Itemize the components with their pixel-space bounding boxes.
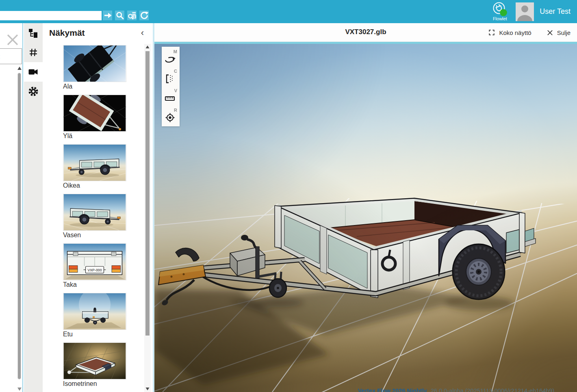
view-thumbnail-yla (63, 95, 126, 132)
viewer-header: VXT3027.glb Koko näyttö Sulje (154, 23, 577, 42)
views-scrollbar[interactable] (144, 44, 151, 392)
license-plate-text: VXP-000 (87, 268, 102, 272)
fullscreen-icon (488, 29, 495, 36)
canvas-topline (154, 42, 577, 44)
view-thumbnail-isometrinen (63, 342, 126, 379)
arrow-right-icon (103, 11, 112, 20)
view-label: Taka (63, 281, 127, 288)
views-panel: Näkymät ‹ (43, 23, 153, 392)
grid-hash-icon (29, 48, 38, 57)
gear-icon (28, 87, 38, 96)
collapse-panel-button[interactable]: ‹ (141, 28, 144, 38)
topbar: Flowlet User Test (0, 0, 577, 23)
clip-plane-icon (165, 74, 175, 84)
ruler-icon (165, 93, 175, 104)
tool-shortcut: V (174, 88, 177, 93)
flowlet-plug-icon (491, 1, 508, 17)
filter-input[interactable] (0, 48, 22, 64)
reset-view-tool-button[interactable]: R (162, 106, 180, 126)
scroll-down-icon[interactable] (17, 387, 22, 391)
view-label: Ylä (63, 132, 127, 140)
clip-tool-button[interactable]: C (162, 67, 180, 87)
flowlet-status-dot (500, 9, 507, 16)
close-label: Sulje (557, 29, 570, 36)
orbit-icon (165, 54, 176, 65)
view-item-etu[interactable]: Etu (63, 293, 127, 338)
topbar-right: Flowlet User Test (490, 0, 572, 23)
views-panel-header: Näkymät ‹ (43, 23, 153, 43)
view-label: Etu (63, 331, 127, 338)
scroll-up-icon[interactable] (145, 45, 150, 49)
measure-tool-button[interactable]: V (162, 87, 180, 106)
view-label: Isometrinen (63, 380, 127, 388)
view-thumbnail-taka: VXP-000 (63, 243, 126, 280)
fullscreen-label: Koko näyttö (499, 29, 531, 36)
view-item-yla[interactable]: Ylä (63, 95, 127, 140)
refresh-icon (140, 11, 149, 20)
view-label: Oikea (63, 182, 127, 189)
scrollbar-thumb[interactable] (17, 73, 21, 379)
search-list-icon (128, 11, 137, 20)
views-panel-title: Näkymät (49, 28, 85, 38)
tool-rail (24, 23, 43, 392)
view-thumbnail-oikea (63, 144, 126, 181)
orbit-tool-button[interactable]: M (162, 48, 180, 67)
flowlet-label: Flowlet (493, 16, 507, 21)
tree-icon (29, 28, 38, 38)
flowlet-button[interactable]: Flowlet (490, 1, 510, 22)
fullscreen-button[interactable]: Koko näyttö (488, 29, 531, 36)
rail-item-settings[interactable] (24, 82, 43, 101)
version-product: Vertex Flow 2026 Nightly (358, 388, 427, 392)
view-item-ala[interactable]: Ala (63, 45, 127, 90)
camera-icon (28, 68, 38, 76)
advanced-search-button[interactable] (127, 11, 137, 20)
views-list: Ala (63, 45, 127, 392)
user-avatar[interactable] (516, 2, 534, 21)
close-viewer-button[interactable]: Sulje (547, 29, 570, 36)
refresh-button[interactable] (139, 11, 149, 20)
rail-item-grid[interactable] (24, 43, 43, 62)
version-info: Vertex Flow 2026 Nightly 26.0.0-alpha (2… (358, 388, 554, 392)
trailer-3d-scene (154, 42, 577, 392)
search-input[interactable] (0, 11, 102, 20)
close-icon (547, 30, 553, 36)
view-label: Ala (63, 83, 127, 90)
view-thumbnail-ala (63, 45, 126, 82)
rail-item-structure[interactable] (24, 23, 43, 43)
panel-separator (153, 23, 154, 392)
close-icon (6, 33, 20, 47)
user-name: User Test (540, 7, 572, 16)
topbar-actions (103, 11, 149, 20)
view-thumbnail-vasen (63, 194, 126, 231)
model-viewer: VXT3027.glb Koko näyttö Sulje (154, 23, 577, 392)
scroll-down-icon[interactable] (145, 387, 150, 391)
view-label: Vasen (63, 232, 127, 239)
mini-panel-scrollbar[interactable] (16, 65, 23, 392)
tool-shortcut: C (174, 69, 177, 74)
view-thumbnail-etu (63, 293, 126, 330)
person-icon (516, 2, 534, 21)
rail-item-views[interactable] (24, 62, 43, 82)
view-item-vasen[interactable]: Vasen (63, 194, 127, 239)
tool-shortcut: R (174, 108, 177, 113)
view-item-taka[interactable]: VXP-000 Taka (63, 243, 127, 288)
tool-shortcut: M (174, 49, 177, 54)
search-button[interactable] (115, 11, 124, 20)
magnifier-icon (115, 11, 124, 20)
version-build: 26.0.0-alpha (20251113-0006/r21214-eb164… (431, 388, 554, 392)
viewport-toolbar: M C V (162, 47, 180, 126)
app-window: Flowlet User Test (0, 0, 577, 392)
viewport-canvas[interactable]: M C V (154, 42, 577, 392)
scroll-up-icon[interactable] (17, 66, 22, 70)
viewer-actions: Koko näyttö Sulje (488, 23, 570, 42)
search-go-button[interactable] (103, 11, 112, 20)
panel-close-button[interactable] (6, 33, 20, 47)
view-item-oikea[interactable]: Oikea (63, 144, 127, 189)
scrollbar-thumb[interactable] (145, 51, 150, 336)
left-mini-panel (0, 23, 23, 392)
view-item-isometrinen[interactable]: Isometrinen (63, 342, 127, 388)
target-icon (165, 112, 176, 123)
